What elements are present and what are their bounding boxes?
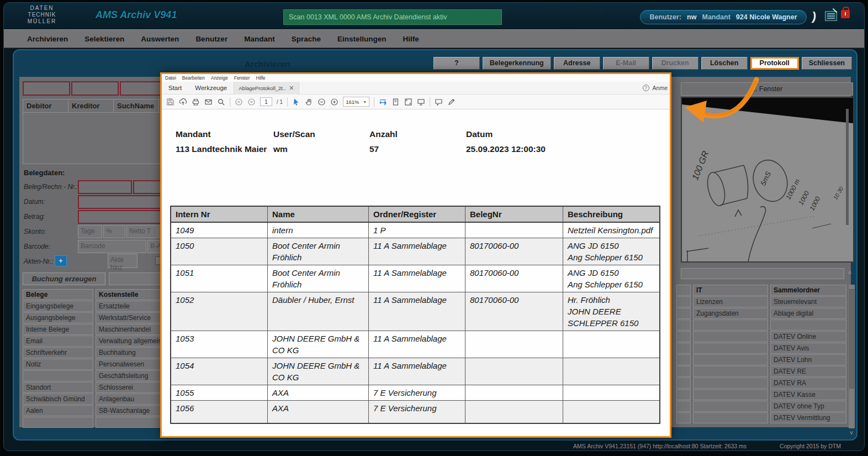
buchung-erzeugen-button[interactable]: Buchung erzeugen xyxy=(23,272,105,285)
list-scrollbar[interactable] xyxy=(849,285,855,428)
signin-area[interactable]: ? Anme xyxy=(643,85,670,91)
cell-beschreibung xyxy=(563,358,659,385)
pencil-icon[interactable] xyxy=(447,98,456,106)
pdf-menu-item[interactable]: Bearbeiten xyxy=(182,75,205,82)
barcode-input[interactable]: Barcode xyxy=(78,240,146,253)
it-item[interactable] xyxy=(693,378,768,389)
tab-start[interactable]: Start xyxy=(162,85,188,91)
pdf-menu-item[interactable]: Datei xyxy=(165,75,176,82)
print-icon[interactable] xyxy=(192,98,200,106)
belege-item[interactable]: Email xyxy=(23,336,93,347)
belege-item[interactable]: Ausgangsbelege xyxy=(23,312,93,323)
it-item[interactable] xyxy=(693,401,768,412)
notes-icon[interactable] xyxy=(825,11,837,21)
upload-icon[interactable] xyxy=(179,98,187,106)
tab-document[interactable]: AblageProtokoll_2t.. ✕ xyxy=(234,82,299,95)
menu-item[interactable]: Hilfe xyxy=(403,35,419,43)
fullscreen-icon[interactable] xyxy=(404,98,412,106)
belege-item[interactable]: Aalen xyxy=(23,405,93,416)
it-item[interactable] xyxy=(693,412,768,423)
pdf-document-page[interactable]: Mandant 113 Landtechnik Maier User/Scan … xyxy=(162,109,670,436)
search-input-1[interactable] xyxy=(23,81,70,96)
adresse-button[interactable]: Adresse xyxy=(554,57,600,70)
close-tab-icon[interactable]: ✕ xyxy=(289,82,294,95)
email-icon[interactable] xyxy=(204,98,213,106)
select-tool-icon[interactable] xyxy=(292,98,300,106)
belege-item[interactable]: Standort xyxy=(23,382,93,393)
sammelordner-item[interactable]: DATEV Kasse xyxy=(770,389,846,400)
page-number-input[interactable] xyxy=(260,97,272,106)
skonto-prozent-input[interactable]: % xyxy=(103,225,125,238)
presentation-icon[interactable] xyxy=(417,98,425,106)
it-item[interactable]: Zugangsdaten xyxy=(693,308,768,319)
hand-tool-icon[interactable] xyxy=(305,98,313,106)
pdf-menu-item[interactable]: Anzeige xyxy=(211,75,228,82)
belegerkennung-button[interactable]: Belegerkennung xyxy=(483,57,551,70)
menu-item[interactable]: Selektieren xyxy=(84,35,124,43)
sammelordner-item[interactable]: DATEV ohne Typ xyxy=(770,401,846,412)
comment-icon[interactable] xyxy=(435,98,443,106)
save-icon[interactable] xyxy=(166,98,174,106)
belege-item[interactable]: Notiz xyxy=(23,359,93,370)
menu-item[interactable]: Mandant xyxy=(244,35,275,43)
sammelordner-item[interactable]: DATEV Vermittlung xyxy=(770,412,846,423)
menu-item[interactable]: Benutzer xyxy=(195,35,227,43)
loeschen-button[interactable]: Löschen xyxy=(701,57,748,70)
skonto-tage-input[interactable]: Tage xyxy=(78,225,102,238)
schliessen-button[interactable]: Schliessen xyxy=(802,57,852,70)
zoom-level-select[interactable]: 161% ▼ xyxy=(343,97,369,107)
akte-hinzufuegen-button[interactable]: Akte hinz xyxy=(108,254,137,268)
sammelordner-item[interactable]: Ablage digital xyxy=(770,308,846,319)
scroll-up-icon[interactable]: ˄ xyxy=(846,269,853,276)
belege-item[interactable]: Interne Belege xyxy=(23,324,93,335)
protokoll-button[interactable]: Protokoll xyxy=(750,57,799,70)
it-item[interactable] xyxy=(693,389,768,400)
sammelordner-item[interactable]: DATEV Lohn xyxy=(770,354,846,365)
sammelordner-item[interactable] xyxy=(770,319,846,331)
right-filter-input[interactable] xyxy=(681,268,844,279)
belege-item[interactable] xyxy=(23,417,93,428)
phone-icon[interactable]: ) xyxy=(811,9,817,24)
sammelordner-item[interactable]: DATEV RA xyxy=(770,378,846,389)
sammelordner-item[interactable]: DATEV RE xyxy=(770,366,846,377)
previous-page-icon[interactable] xyxy=(235,98,243,106)
it-item[interactable] xyxy=(693,354,768,365)
fit-width-icon[interactable] xyxy=(379,98,387,106)
it-item[interactable] xyxy=(693,366,768,377)
list-scrollbar-thumb[interactable] xyxy=(849,289,854,389)
it-item[interactable] xyxy=(693,343,768,354)
it-item[interactable]: Lizenzen xyxy=(693,296,768,307)
pdf-menu-item[interactable]: Hilfe xyxy=(256,75,266,82)
sketch-label: 10 30 xyxy=(832,185,844,201)
menu-item[interactable]: Sprache xyxy=(292,35,321,43)
search-input-2[interactable] xyxy=(71,81,119,96)
cell-name: Däubler / Huber, Ernst xyxy=(268,292,369,331)
belege-item[interactable] xyxy=(23,370,93,381)
belege-item[interactable]: Schwäbisch Gmünd xyxy=(23,394,93,405)
preview-scrollbar[interactable] xyxy=(846,109,849,225)
belege-item[interactable]: Schriftverkehr xyxy=(23,347,93,358)
fit-page-icon[interactable] xyxy=(391,98,400,106)
belege-item[interactable]: Eingangsbelege xyxy=(23,301,93,312)
akten-plus-button[interactable]: + xyxy=(55,255,67,266)
tab-werkzeuge[interactable]: Werkzeuge xyxy=(188,85,234,91)
sammelordner-item[interactable]: DATEV Online xyxy=(770,331,846,342)
beleg-nr-input[interactable] xyxy=(78,180,132,194)
menu-item[interactable]: Auswerten xyxy=(141,35,179,43)
menu-item[interactable]: Einstellungen xyxy=(337,35,387,43)
menu-item[interactable]: Archivieren xyxy=(27,35,68,43)
search-icon[interactable] xyxy=(217,98,225,106)
scroll-down-icon[interactable]: ˅ xyxy=(848,429,855,436)
lock-icon[interactable] xyxy=(841,10,850,18)
sammelordner-item[interactable]: DATEV Avis xyxy=(770,343,846,354)
help-button[interactable]: ? xyxy=(433,57,480,70)
zoom-in-icon[interactable] xyxy=(330,98,338,106)
it-item[interactable] xyxy=(693,331,768,342)
sammelordner-item[interactable]: Steuerrelevant xyxy=(770,296,846,307)
it-item[interactable] xyxy=(693,319,768,331)
next-page-icon[interactable] xyxy=(247,98,256,106)
zoom-out-icon[interactable] xyxy=(317,98,326,106)
help-icon[interactable]: ? xyxy=(643,85,649,91)
pdf-menu-item[interactable]: Fenster xyxy=(234,75,250,82)
skonto-netto-input[interactable]: Netto T xyxy=(126,225,157,238)
